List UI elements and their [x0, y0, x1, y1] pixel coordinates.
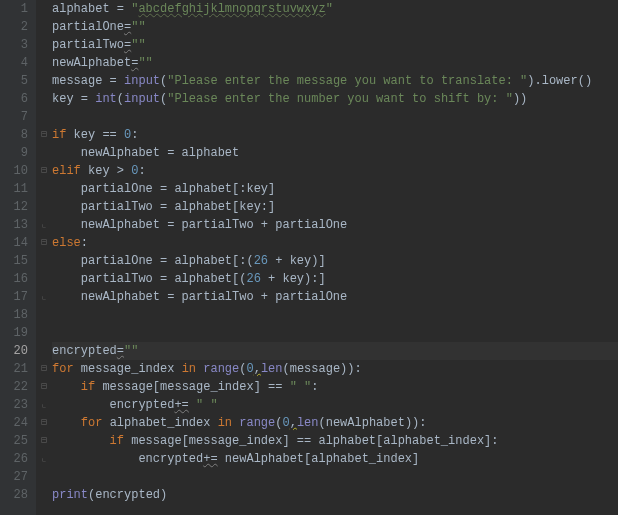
line-number: 19 [0, 324, 36, 342]
code-line: partialOne="" [52, 18, 618, 36]
line-number: 11 [0, 180, 36, 198]
code-line: partialOne = alphabet[:key] [52, 180, 618, 198]
line-number: 25 [0, 432, 36, 450]
line-number: 12 [0, 198, 36, 216]
line-number: 4 [0, 54, 36, 72]
code-line-current: encrypted="" [52, 342, 618, 360]
line-number: 16 [0, 270, 36, 288]
line-number: 18 [0, 306, 36, 324]
line-number: 24 [0, 414, 36, 432]
code-line [52, 468, 618, 486]
code-line: else: [52, 234, 618, 252]
code-line: print(encrypted) [52, 486, 618, 504]
line-number: 17 [0, 288, 36, 306]
line-number: 10 [0, 162, 36, 180]
fold-toggle-icon[interactable]: ⊟ [36, 360, 52, 378]
line-number: 14 [0, 234, 36, 252]
fold-end-icon: ⌞ [36, 450, 52, 468]
code-line: encrypted+= newAlphabet[alphabet_index] [52, 450, 618, 468]
line-number: 15 [0, 252, 36, 270]
code-line: for alphabet_index in range(0,len(newAlp… [52, 414, 618, 432]
code-line: newAlphabet = partialTwo + partialOne [52, 288, 618, 306]
code-line: encrypted+= " " [52, 396, 618, 414]
line-number: 13 [0, 216, 36, 234]
code-area[interactable]: alphabet = "abcdefghijklmnopqrstuvwxyz" … [52, 0, 618, 515]
code-line: partialOne = alphabet[:(26 + key)] [52, 252, 618, 270]
code-line: newAlphabet="" [52, 54, 618, 72]
line-number: 23 [0, 396, 36, 414]
fold-toggle-icon[interactable]: ⊟ [36, 162, 52, 180]
line-number-gutter: 1 2 3 4 5 6 7 8 9 10 11 12 13 14 15 16 1… [0, 0, 36, 515]
line-number: 21 [0, 360, 36, 378]
line-number: 1 [0, 0, 36, 18]
line-number: 22 [0, 378, 36, 396]
line-number: 6 [0, 90, 36, 108]
line-number: 3 [0, 36, 36, 54]
line-number: 9 [0, 144, 36, 162]
fold-end-icon: ⌞ [36, 396, 52, 414]
code-line [52, 324, 618, 342]
fold-toggle-icon[interactable]: ⊟ [36, 378, 52, 396]
fold-toggle-icon[interactable]: ⊟ [36, 234, 52, 252]
code-line [52, 108, 618, 126]
code-line: message = input("Please enter the messag… [52, 72, 618, 90]
line-number: 8 [0, 126, 36, 144]
line-number: 27 [0, 468, 36, 486]
line-number: 2 [0, 18, 36, 36]
code-line: partialTwo = alphabet[key:] [52, 198, 618, 216]
code-line: for message_index in range(0,len(message… [52, 360, 618, 378]
code-line: elif key > 0: [52, 162, 618, 180]
code-line: newAlphabet = partialTwo + partialOne [52, 216, 618, 234]
code-line: partialTwo = alphabet[(26 + key):] [52, 270, 618, 288]
code-line: alphabet = "abcdefghijklmnopqrstuvwxyz" [52, 0, 618, 18]
line-number: 26 [0, 450, 36, 468]
line-number-current: 20 [0, 342, 36, 360]
code-line: partialTwo="" [52, 36, 618, 54]
code-line: if message[message_index] == alphabet[al… [52, 432, 618, 450]
code-line: key = int(input("Please enter the number… [52, 90, 618, 108]
fold-end-icon: ⌞ [36, 288, 52, 306]
fold-gutter: ⊟ ⊟ ⌞ ⊟ ⌞ ⊟ ⊟ ⌞ ⊟ ⊟ ⌞ [36, 0, 52, 515]
code-line: if key == 0: [52, 126, 618, 144]
code-line [52, 306, 618, 324]
line-number: 5 [0, 72, 36, 90]
line-number: 28 [0, 486, 36, 504]
fold-toggle-icon[interactable]: ⊟ [36, 126, 52, 144]
fold-end-icon: ⌞ [36, 216, 52, 234]
fold-toggle-icon[interactable]: ⊟ [36, 414, 52, 432]
code-line: if message[message_index] == " ": [52, 378, 618, 396]
fold-toggle-icon[interactable]: ⊟ [36, 432, 52, 450]
code-editor[interactable]: 1 2 3 4 5 6 7 8 9 10 11 12 13 14 15 16 1… [0, 0, 618, 515]
code-line: newAlphabet = alphabet [52, 144, 618, 162]
line-number: 7 [0, 108, 36, 126]
